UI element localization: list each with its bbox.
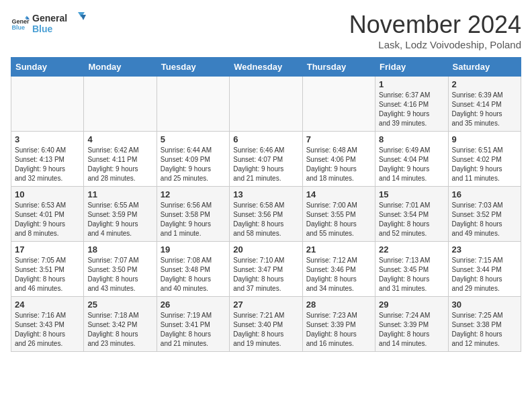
day-number: 25 <box>87 300 152 310</box>
day-number: 22 <box>379 244 444 255</box>
day-info: Sunrise: 6:48 AM Sunset: 4:06 PM Dayligh… <box>306 146 371 183</box>
day-number: 26 <box>161 300 226 310</box>
calendar-week-row: 1Sunrise: 6:37 AM Sunset: 4:16 PM Daylig… <box>11 77 521 132</box>
calendar-day-cell <box>11 77 84 132</box>
calendar-day-cell: 22Sunrise: 7:13 AM Sunset: 3:45 PM Dayli… <box>375 242 448 297</box>
day-number: 30 <box>452 300 517 310</box>
calendar-day-cell: 14Sunrise: 7:00 AM Sunset: 3:55 PM Dayli… <box>302 187 375 242</box>
logo-area: General Blue General Blue <box>11 11 86 38</box>
day-number: 13 <box>233 189 298 199</box>
calendar-day-cell: 19Sunrise: 7:08 AM Sunset: 3:48 PM Dayli… <box>157 242 229 297</box>
day-info: Sunrise: 6:42 AM Sunset: 4:11 PM Dayligh… <box>87 146 152 183</box>
day-info: Sunrise: 6:58 AM Sunset: 3:56 PM Dayligh… <box>233 201 298 238</box>
day-info: Sunrise: 7:01 AM Sunset: 3:54 PM Dayligh… <box>379 201 444 238</box>
day-info: Sunrise: 6:53 AM Sunset: 4:01 PM Dayligh… <box>15 201 80 238</box>
day-number: 18 <box>87 244 152 255</box>
logo-icon: General Blue <box>11 15 30 34</box>
day-number: 11 <box>87 189 152 199</box>
calendar-day-cell: 13Sunrise: 6:58 AM Sunset: 3:56 PM Dayli… <box>230 187 302 242</box>
svg-text:Blue: Blue <box>32 24 53 34</box>
day-number: 19 <box>161 244 226 255</box>
day-info: Sunrise: 7:10 AM Sunset: 3:47 PM Dayligh… <box>233 256 298 293</box>
day-info: Sunrise: 6:55 AM Sunset: 3:59 PM Dayligh… <box>87 201 152 238</box>
weekday-header-cell: Tuesday <box>157 58 229 77</box>
weekday-header-row: SundayMondayTuesdayWednesdayThursdayFrid… <box>11 58 521 77</box>
calendar-day-cell: 7Sunrise: 6:48 AM Sunset: 4:06 PM Daylig… <box>302 132 375 187</box>
title-area: November 2024 Lask, Lodz Voivodeship, Po… <box>349 11 521 50</box>
calendar-day-cell: 5Sunrise: 6:44 AM Sunset: 4:09 PM Daylig… <box>157 132 229 187</box>
day-number: 3 <box>15 134 80 144</box>
day-info: Sunrise: 7:12 AM Sunset: 3:46 PM Dayligh… <box>306 256 371 293</box>
day-number: 28 <box>306 300 371 310</box>
weekday-header-cell: Monday <box>84 58 157 77</box>
day-info: Sunrise: 6:40 AM Sunset: 4:13 PM Dayligh… <box>15 146 80 183</box>
day-info: Sunrise: 7:00 AM Sunset: 3:55 PM Dayligh… <box>306 201 371 238</box>
generalblue-logo: General Blue <box>32 11 86 35</box>
day-number: 9 <box>452 134 517 144</box>
calendar-day-cell <box>230 77 302 132</box>
calendar-day-cell: 11Sunrise: 6:55 AM Sunset: 3:59 PM Dayli… <box>84 187 157 242</box>
calendar-day-cell: 21Sunrise: 7:12 AM Sunset: 3:46 PM Dayli… <box>302 242 375 297</box>
calendar-day-cell: 24Sunrise: 7:16 AM Sunset: 3:43 PM Dayli… <box>11 297 84 352</box>
day-number: 20 <box>233 244 298 255</box>
day-number: 5 <box>161 134 226 144</box>
calendar-body: 1Sunrise: 6:37 AM Sunset: 4:16 PM Daylig… <box>11 77 521 352</box>
day-number: 2 <box>452 79 517 89</box>
day-info: Sunrise: 6:37 AM Sunset: 4:16 PM Dayligh… <box>379 91 444 128</box>
calendar-day-cell: 29Sunrise: 7:24 AM Sunset: 3:39 PM Dayli… <box>375 297 448 352</box>
day-info: Sunrise: 6:49 AM Sunset: 4:04 PM Dayligh… <box>379 146 444 183</box>
header: General Blue General Blue November 2024 … <box>11 11 521 50</box>
day-info: Sunrise: 6:39 AM Sunset: 4:14 PM Dayligh… <box>452 91 517 128</box>
day-number: 21 <box>306 244 371 255</box>
day-info: Sunrise: 7:19 AM Sunset: 3:41 PM Dayligh… <box>161 311 226 349</box>
calendar-day-cell: 26Sunrise: 7:19 AM Sunset: 3:41 PM Dayli… <box>157 297 229 352</box>
calendar-day-cell: 28Sunrise: 7:23 AM Sunset: 3:39 PM Dayli… <box>302 297 375 352</box>
day-info: Sunrise: 6:56 AM Sunset: 3:58 PM Dayligh… <box>161 201 226 238</box>
day-info: Sunrise: 6:44 AM Sunset: 4:09 PM Dayligh… <box>161 146 226 183</box>
calendar-week-row: 17Sunrise: 7:05 AM Sunset: 3:51 PM Dayli… <box>11 242 521 297</box>
location-subtitle: Lask, Lodz Voivodeship, Poland <box>349 39 521 50</box>
day-info: Sunrise: 7:13 AM Sunset: 3:45 PM Dayligh… <box>379 256 444 293</box>
weekday-header-cell: Saturday <box>448 58 521 77</box>
day-info: Sunrise: 7:18 AM Sunset: 3:42 PM Dayligh… <box>87 311 152 349</box>
day-number: 23 <box>452 244 517 255</box>
calendar-day-cell <box>302 77 375 132</box>
day-number: 27 <box>233 300 298 310</box>
day-info: Sunrise: 7:23 AM Sunset: 3:39 PM Dayligh… <box>306 311 371 349</box>
month-year-title: November 2024 <box>349 11 521 39</box>
day-info: Sunrise: 7:03 AM Sunset: 3:52 PM Dayligh… <box>452 201 517 238</box>
day-info: Sunrise: 7:24 AM Sunset: 3:39 PM Dayligh… <box>379 311 444 349</box>
day-info: Sunrise: 6:46 AM Sunset: 4:07 PM Dayligh… <box>233 146 298 183</box>
day-number: 12 <box>161 189 226 199</box>
day-number: 8 <box>379 134 444 144</box>
day-number: 16 <box>452 189 517 199</box>
calendar-week-row: 10Sunrise: 6:53 AM Sunset: 4:01 PM Dayli… <box>11 187 521 242</box>
svg-text:General: General <box>32 13 67 24</box>
day-info: Sunrise: 7:08 AM Sunset: 3:48 PM Dayligh… <box>161 256 226 293</box>
weekday-header-cell: Wednesday <box>230 58 302 77</box>
calendar-day-cell: 12Sunrise: 6:56 AM Sunset: 3:58 PM Dayli… <box>157 187 229 242</box>
calendar-day-cell: 9Sunrise: 6:51 AM Sunset: 4:02 PM Daylig… <box>448 132 521 187</box>
day-info: Sunrise: 7:21 AM Sunset: 3:40 PM Dayligh… <box>233 311 298 349</box>
weekday-header-cell: Sunday <box>11 58 84 77</box>
calendar-day-cell: 30Sunrise: 7:25 AM Sunset: 3:38 PM Dayli… <box>448 297 521 352</box>
calendar-day-cell: 23Sunrise: 7:15 AM Sunset: 3:44 PM Dayli… <box>448 242 521 297</box>
day-number: 1 <box>379 79 444 89</box>
day-number: 15 <box>379 189 444 199</box>
day-info: Sunrise: 6:51 AM Sunset: 4:02 PM Dayligh… <box>452 146 517 183</box>
calendar-week-row: 24Sunrise: 7:16 AM Sunset: 3:43 PM Dayli… <box>11 297 521 352</box>
calendar-day-cell: 8Sunrise: 6:49 AM Sunset: 4:04 PM Daylig… <box>375 132 448 187</box>
calendar-day-cell: 20Sunrise: 7:10 AM Sunset: 3:47 PM Dayli… <box>230 242 302 297</box>
day-number: 14 <box>306 189 371 199</box>
weekday-header-cell: Thursday <box>302 58 375 77</box>
calendar-table: SundayMondayTuesdayWednesdayThursdayFrid… <box>11 57 521 352</box>
calendar-day-cell: 4Sunrise: 6:42 AM Sunset: 4:11 PM Daylig… <box>84 132 157 187</box>
calendar-day-cell: 10Sunrise: 6:53 AM Sunset: 4:01 PM Dayli… <box>11 187 84 242</box>
weekday-header-cell: Friday <box>375 58 448 77</box>
calendar-day-cell: 1Sunrise: 6:37 AM Sunset: 4:16 PM Daylig… <box>375 77 448 132</box>
calendar-day-cell: 15Sunrise: 7:01 AM Sunset: 3:54 PM Dayli… <box>375 187 448 242</box>
calendar-day-cell: 6Sunrise: 6:46 AM Sunset: 4:07 PM Daylig… <box>230 132 302 187</box>
day-number: 24 <box>15 300 80 310</box>
day-info: Sunrise: 7:07 AM Sunset: 3:50 PM Dayligh… <box>87 256 152 293</box>
day-number: 10 <box>15 189 80 199</box>
